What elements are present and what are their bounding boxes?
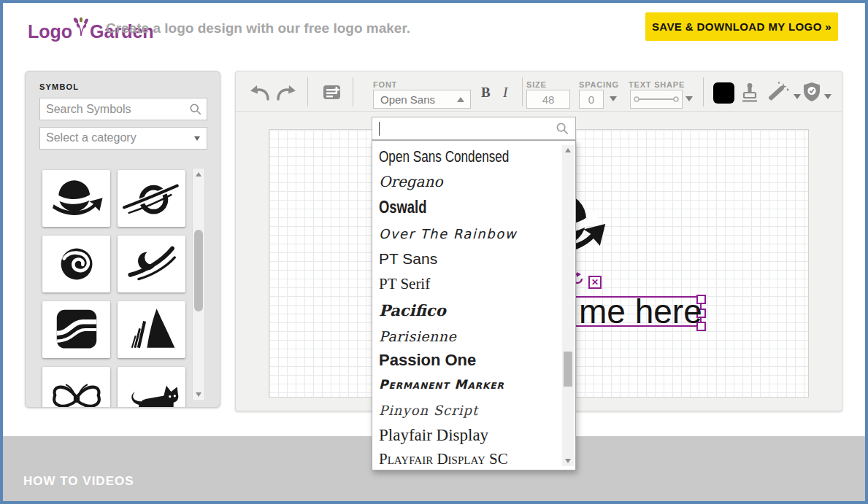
symbol-panel-title: SYMBOL	[39, 82, 79, 91]
scrollbar-thumb[interactable]	[564, 352, 572, 387]
font-option-oregano[interactable]: Oregano	[372, 169, 564, 194]
butterfly-bow-icon	[46, 371, 107, 408]
leaf-sprig-icon	[73, 18, 89, 41]
symbol-search-input[interactable]	[46, 98, 185, 120]
symbol-tile-swirl-circle[interactable]	[42, 236, 110, 292]
logo-maker-app: Logo Garden Create a logo design with ou…	[0, 0, 868, 504]
chevron-up-icon	[457, 97, 464, 102]
scrollbar-thumb[interactable]	[194, 230, 203, 311]
black-cat-icon	[121, 371, 183, 408]
symbol-tile-black-cat[interactable]	[118, 367, 185, 408]
font-option-pinyon-script[interactable]: Pinyon Script	[372, 397, 564, 423]
symbol-tile-planet-orbit[interactable]	[118, 170, 185, 227]
spacing-dropdown-icon[interactable]	[610, 96, 617, 101]
text-shape-dropdown-icon[interactable]	[685, 96, 693, 101]
stamp-button[interactable]	[741, 82, 758, 105]
text-shape-label: TEXT SHAPE	[629, 80, 685, 89]
symbol-tile-s-emblem[interactable]	[42, 301, 110, 358]
search-icon	[556, 122, 569, 139]
font-list-scrollbar[interactable]	[562, 145, 574, 466]
category-select-value: Select a category	[46, 131, 137, 144]
swirl-circle-icon	[46, 240, 107, 288]
shield-dropdown-icon[interactable]	[824, 94, 831, 99]
font-dropdown-list: Open Sans Condensed Oregano Oswald Over …	[372, 140, 576, 470]
canvas-text-object[interactable]: me here	[579, 292, 702, 331]
shield-check-icon	[802, 82, 821, 102]
add-text-icon	[322, 82, 342, 101]
font-option-parisienne[interactable]: Parisienne	[372, 324, 564, 349]
symbol-tile-globe-swoosh[interactable]	[42, 170, 110, 227]
save-download-button[interactable]: SAVE & DOWNLOAD MY LOGO »	[645, 12, 838, 41]
scroll-down-icon[interactable]	[565, 459, 571, 463]
font-select-value: Open Sans	[380, 93, 435, 106]
font-label: FONT	[373, 80, 397, 89]
bold-button[interactable]: B	[481, 85, 491, 101]
symbol-scrollbar[interactable]	[192, 168, 205, 401]
symbol-tile-butterfly-bow[interactable]	[42, 367, 110, 408]
planet-orbit-icon	[121, 174, 183, 222]
redo-icon	[275, 83, 297, 102]
symbol-search-box	[39, 98, 207, 120]
delete-handle[interactable]: ✕	[588, 276, 602, 289]
toolbar-divider	[522, 77, 523, 106]
editor-toolbar: FONT Open Sans B I SIZE 48 SPACING 0 TEX…	[236, 71, 842, 112]
brand-logo-part1: Logo	[28, 21, 72, 42]
font-option-pt-serif[interactable]: PT Serif	[372, 271, 564, 296]
symbol-panel: SYMBOL Select a category	[25, 71, 220, 408]
font-select[interactable]: Open Sans	[373, 90, 471, 109]
text-cursor	[379, 122, 380, 136]
scroll-up-icon[interactable]	[196, 172, 201, 177]
magic-wand-button[interactable]	[766, 81, 791, 105]
spacing-input[interactable]: 0	[579, 90, 604, 109]
app-tagline: Create a logo design with our free logo …	[106, 20, 410, 36]
font-option-pt-sans[interactable]: PT Sans	[372, 247, 564, 271]
font-option-permanent-marker[interactable]: Permanent Marker	[372, 372, 564, 397]
stamp-icon	[741, 82, 758, 103]
symbol-tile-orbit-swoosh[interactable]	[118, 236, 185, 292]
wand-dropdown-icon[interactable]	[794, 94, 801, 99]
toolbar-divider	[307, 77, 308, 106]
chevron-down-icon	[194, 136, 200, 141]
how-to-videos-link[interactable]: HOW TO VIDEOS	[23, 474, 134, 489]
font-option-over-the-rainbow[interactable]: Over The Rainbow	[372, 220, 564, 247]
spacing-label: SPACING	[579, 80, 619, 89]
redo-button[interactable]	[275, 83, 297, 104]
size-label: SIZE	[526, 80, 547, 89]
font-search-box	[372, 117, 576, 140]
text-shape-widget[interactable]	[630, 90, 683, 109]
undo-button[interactable]	[249, 83, 271, 104]
toolbar-divider	[353, 77, 353, 106]
scroll-down-icon[interactable]	[196, 392, 201, 397]
s-emblem-icon	[46, 306, 107, 354]
size-input[interactable]: 48	[526, 90, 570, 109]
shield-button[interactable]	[802, 82, 821, 104]
straight-line-shape-icon	[631, 90, 682, 108]
font-option-open-sans-condensed[interactable]: Open Sans Condensed	[372, 144, 564, 169]
undo-icon	[249, 83, 271, 102]
scroll-up-icon[interactable]	[565, 148, 571, 152]
spacing-value: 0	[580, 93, 603, 106]
color-swatch[interactable]	[713, 82, 734, 104]
symbol-tile-pyramid-sail[interactable]	[118, 301, 185, 358]
toolbar-divider	[703, 77, 704, 106]
globe-swoosh-icon	[46, 174, 107, 222]
font-option-playfair-display[interactable]: Playfair Display	[372, 423, 564, 448]
magic-wand-icon	[766, 81, 791, 103]
font-search-input[interactable]	[379, 118, 547, 139]
italic-button[interactable]: I	[503, 85, 507, 101]
search-icon	[189, 103, 202, 119]
size-value: 48	[527, 93, 569, 106]
add-text-button[interactable]	[322, 82, 342, 104]
font-option-oswald[interactable]: Oswald	[372, 194, 564, 220]
pyramid-sail-icon	[121, 306, 183, 354]
font-option-playfair-display-sc[interactable]: Playfair Display SC	[372, 448, 564, 470]
category-select[interactable]: Select a category	[39, 127, 207, 150]
font-option-passion-one[interactable]: Passion One	[372, 349, 564, 372]
orbit-swoosh-icon	[121, 240, 183, 288]
font-option-pacifico[interactable]: Pacifico	[372, 296, 564, 324]
